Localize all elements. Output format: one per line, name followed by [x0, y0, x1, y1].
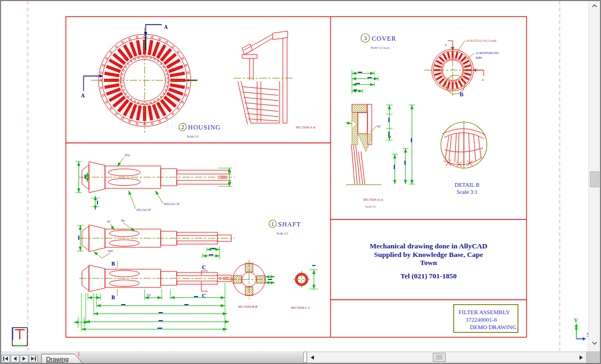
triangle-left-icon[interactable]	[307, 352, 317, 362]
last-sheet-icon[interactable]	[29, 355, 37, 362]
shaft-dim-value: 8.9	[147, 293, 151, 297]
cover-dimension-stack	[352, 70, 378, 94]
info-block: Mechanical drawing done in AllyCAD Suppl…	[370, 242, 487, 280]
shaft-view-3: B B C C	[79, 246, 235, 300]
cover-title-group: 3 COVER Scale 1:1 u.o.s	[361, 34, 396, 49]
marker-label: C	[202, 264, 206, 270]
housing-view: A A	[81, 24, 198, 133]
marker-label: A	[482, 78, 484, 81]
next-sheet-icon[interactable]	[20, 355, 28, 362]
title-line-2: 372240001-6	[465, 316, 497, 323]
chevron-up-icon[interactable]	[589, 1, 600, 10]
shaft-thread-note-1: Ø31.5x2.3P	[137, 208, 151, 211]
detail-scale: Scale 3:1	[457, 189, 478, 195]
cover-slots-note: 24 SLOTS 0.1+0.15 wide	[466, 39, 497, 42]
ucs-axis-icon: Y X	[574, 317, 588, 340]
shaft-chamfer-note: Ø45	[108, 249, 114, 253]
shaft-view-1: Ø32 Ø31.5x2.3P Ø36.25x1.5P	[76, 154, 235, 211]
cover-ribs-note-1: 24 REINFORCING	[476, 51, 499, 55]
pane-splitter-handle[interactable]	[303, 352, 307, 363]
section-cc-view: SECTION C-C	[291, 265, 318, 309]
detail-b-marker: B	[460, 91, 464, 97]
shaft-dia-note: Ø32	[125, 154, 130, 157]
detail-title: DETAIL B	[455, 182, 479, 188]
shaft-radius-note-2: R6	[121, 219, 125, 222]
scrollbar-corner	[587, 351, 600, 363]
marker-label: A	[164, 24, 168, 30]
title-line-3: DEMO DRAWING	[470, 324, 516, 330]
shaft-radius-note-1: R5	[107, 220, 111, 223]
housing-scale: Scale 2:1	[187, 135, 199, 138]
section-bb-view: SECTION B-B	[229, 260, 275, 308]
sheet-tab-bar: Drawing	[1, 351, 600, 363]
cover-fillet-note: R2	[377, 125, 381, 128]
cover-ribs-note-2: RIBS	[476, 56, 482, 59]
vertical-scrollbar[interactable]	[588, 1, 600, 351]
title-block: FILTER ASSEMBLY 372240001-6 DEMO DRAWING	[454, 305, 518, 332]
housing-title: HOUSING	[188, 124, 221, 131]
tab-drawing-label: Drawing	[46, 356, 69, 362]
shaft-title-group: 1 SHAFT Scale 1:1	[269, 220, 301, 235]
cover-marker-a-top: A	[445, 41, 454, 50]
paper-origin-icon	[12, 328, 27, 346]
housing-section-view: SECTION A-A	[234, 31, 316, 129]
horizontal-scrollbar[interactable]	[307, 352, 587, 363]
margin-guide-tick	[78, 352, 79, 357]
detail-b-view: DETAIL B Scale 3:1	[441, 121, 487, 195]
housing-title-group: 2 HOUSING Scale 2:1	[179, 123, 221, 138]
cover-section-dims	[386, 105, 415, 184]
app-window: A A	[0, 0, 601, 364]
cover-section-view: R2 SECTION A-A Scale 4:1	[345, 104, 384, 208]
y-axis-label: Y	[574, 317, 578, 323]
marker-label: A	[445, 43, 447, 47]
section-marker-c: C C	[201, 264, 208, 299]
shaft-bubble: 1	[272, 221, 274, 227]
shaft-title: SHAFT	[278, 221, 301, 228]
cover-scale: Scale 1:1 u.o.s	[371, 46, 390, 49]
cover-section-label: SECTION A-A	[363, 198, 384, 201]
section-marker-a-left: A	[81, 74, 103, 98]
cover-title: COVER	[372, 35, 396, 42]
info-line-4: Tel (021) 701-1850	[400, 272, 456, 280]
shaft-view-2: R5 R6 Ø45	[77, 219, 235, 258]
cover-view: A A 24 SLOTS 0.1+0.15 wide 24 REINFORCIN…	[424, 39, 499, 97]
title-line-1: FILTER ASSEMBLY	[459, 309, 510, 315]
cover-section-scale: Scale 4:1	[365, 205, 377, 208]
tab-drawing[interactable]: Drawing	[41, 354, 83, 363]
first-sheet-icon[interactable]	[2, 355, 10, 362]
horizontal-scroll-thumb[interactable]	[433, 353, 446, 362]
section-cc-label: SECTION C-C	[291, 306, 311, 309]
marker-label: B	[111, 294, 115, 300]
chevron-down-icon[interactable]	[589, 338, 600, 347]
info-line-3: Town	[420, 259, 437, 267]
housing-bubble: 2	[182, 124, 184, 130]
vertical-scroll-thumb[interactable]	[590, 171, 599, 187]
cover-bubble: 3	[364, 35, 367, 41]
section-bb-label: SECTION B-B	[238, 305, 258, 308]
marker-label: A	[81, 93, 85, 98]
shaft-scale: Scale 1:1	[276, 232, 288, 235]
info-line-2: Supplied by Knowledge Base, Cape	[374, 251, 483, 259]
previous-sheet-icon[interactable]	[11, 355, 19, 362]
info-line-1: Mechanical drawing done in AllyCAD	[370, 242, 487, 250]
cover-marker-a-right: A	[473, 69, 484, 81]
marker-label: B	[111, 261, 115, 267]
shaft-thread-note-2: Ø36.25x1.5P	[164, 202, 179, 206]
housing-section-label: SECTION A-A	[296, 126, 316, 129]
drawing-canvas[interactable]: A A	[1, 1, 588, 351]
triangle-right-icon[interactable]	[576, 352, 586, 362]
